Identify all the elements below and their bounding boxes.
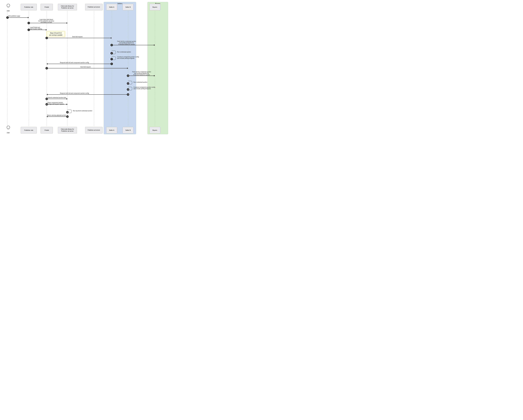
lifeline-buyers <box>155 11 155 126</box>
step4-arrow <box>47 38 112 38</box>
user-icon-bottom <box>7 126 10 129</box>
step13-badge: 13 <box>127 93 129 96</box>
step14-arrow <box>47 99 67 99</box>
step6-label: Run contextual auction <box>117 51 131 53</box>
buyers-bottom: Buyers <box>149 127 160 133</box>
step1-badge: 1 <box>6 16 9 19</box>
step5-badge: 5 <box>110 44 113 46</box>
step17-badge: 17 <box>66 115 69 118</box>
step5-arrow <box>112 45 155 45</box>
step9-badge: 9 <box>46 67 48 69</box>
step17-arrow <box>47 116 67 117</box>
publisher-site-bottom: Publisher site <box>21 127 37 133</box>
user-top: ⌒ User <box>4 4 13 12</box>
step9-label: Send bid request <box>80 66 91 68</box>
lifeline-pub-ad-server <box>94 11 94 126</box>
step8-label: Respond with bid and component auction c… <box>60 62 89 63</box>
prebid-top: Prebid <box>41 4 53 10</box>
step1-arrow <box>8 17 29 18</box>
step14-label: Submit contextual auction bids <box>48 97 66 98</box>
step9-arrow <box>47 68 128 68</box>
pub-ad-server-top: Publisher ad server <box>85 4 103 10</box>
step4-badge: 4 <box>46 37 48 39</box>
seller-a-top: Seller A <box>106 4 117 10</box>
step15-badge: 15 <box>46 103 48 105</box>
seller-b-top: Seller B <box>123 4 133 10</box>
lifeline-user <box>7 11 8 126</box>
user-bottom: ⌒ User <box>4 126 13 133</box>
prebid-bottom: Prebid <box>41 127 53 133</box>
parallel-note: Steps 4-8 and 9-13are running in paralle… <box>47 31 65 37</box>
step10-label: Fetch bid for contextual auctionand perB… <box>132 71 151 76</box>
step17-label: Return winning adjusted ad bid <box>47 114 66 116</box>
user-label-top: User <box>4 10 13 12</box>
step10-badge: 10 <box>127 74 129 77</box>
step2-label: Load client-side libraryfor the publishe… <box>33 19 60 23</box>
step1-label: Visit publisher page <box>8 15 20 17</box>
step16-badge: 16 <box>66 111 69 113</box>
user-body-top: ⌒ <box>4 7 13 9</box>
step14-badge: 14 <box>46 98 48 100</box>
step16-label: Run top-level contextual auction <box>73 110 92 112</box>
step11-label: Run contextual auction <box>133 81 147 83</box>
step15-arrow <box>47 104 67 105</box>
step10-arrow <box>128 76 155 76</box>
step4-label: Send bid request <box>72 36 82 37</box>
step7-badge: 7 <box>110 58 113 60</box>
pub-ad-server-bottom: Publisher ad server <box>85 127 103 133</box>
user-label-bottom: User <box>4 132 13 133</box>
buyers-group: Buyers <box>147 2 168 134</box>
user-body-bottom: ⌒ <box>4 129 13 131</box>
step11-badge: 11 <box>127 82 129 85</box>
lifeline-seller-a <box>112 11 112 126</box>
user-icon-top <box>7 4 10 7</box>
step2-arrow <box>29 23 67 23</box>
step2-badge: 2 <box>27 22 30 24</box>
step8-badge: 8 <box>110 63 113 65</box>
lifeline-publisher-site <box>29 11 29 126</box>
step12-badge: 12 <box>127 88 129 91</box>
step5-label: Fetch bid for contextual auctionand perB… <box>117 40 136 45</box>
lifeline-client-lib <box>67 11 68 126</box>
step8-arrow <box>47 64 112 64</box>
seller-a-bottom: Seller A <box>106 127 117 133</box>
publisher-site-top: Publisher site <box>21 4 37 10</box>
client-lib-bottom: Client-side library forPublisher ad serv… <box>58 127 77 133</box>
sequence-diagram: Sellers Buyers ⌒ User Publisher site Pre… <box>0 0 169 136</box>
step6-badge: 6 <box>110 52 113 55</box>
buyers-top: Buyers <box>149 4 160 10</box>
step15-label: Share component auctionconfigs with buye… <box>47 102 64 105</box>
step13-label: Respond with bid and component auction c… <box>60 92 89 94</box>
step3-arrow <box>29 30 47 30</box>
client-lib-top: Client-side library forPublisher ad serv… <box>58 4 77 10</box>
step3-label: Load Prebid andstart header bidding <box>30 27 42 30</box>
seller-b-bottom: Seller B <box>123 127 133 133</box>
step13-arrow <box>47 94 128 95</box>
step3-badge: 3 <box>27 29 30 31</box>
step12-label: Construct component auction configand in… <box>133 87 155 89</box>
